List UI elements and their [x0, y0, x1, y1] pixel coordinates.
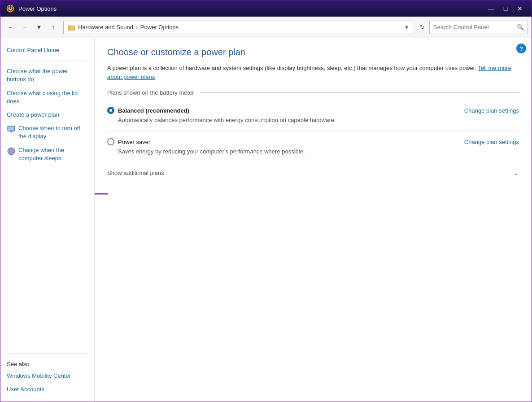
power-saver-plan-description: Saves energy by reducing your computer's…: [107, 148, 519, 155]
chevron-down-icon: ⌄: [514, 169, 519, 176]
plan-divider: [107, 131, 519, 132]
search-icon: 🔍: [517, 24, 524, 31]
arrow-annotation: [95, 182, 115, 208]
help-button[interactable]: ?: [516, 44, 526, 53]
sidebar-item-user-accounts[interactable]: User Accounts: [0, 383, 94, 396]
search-input[interactable]: [433, 24, 515, 31]
sidebar-item-create-plan[interactable]: Create a power plan: [0, 108, 94, 122]
content-area: ? Choose or customize a power plan A pow…: [95, 38, 532, 402]
close-button[interactable]: ✕: [514, 3, 526, 14]
power-saver-radio[interactable]: [107, 138, 114, 145]
power-saver-plan-header: Power saver Change plan settings: [107, 138, 519, 145]
page-description: A power plan is a collection of hardware…: [107, 64, 519, 81]
power-saver-plan-item: Power saver Change plan settings Saves e…: [107, 134, 519, 161]
sleep-icon: [7, 147, 16, 156]
main-layout: Control Panel Home Choose what the power…: [0, 38, 532, 402]
sidebar-item-computer-sleeps[interactable]: Change when the computer sleeps: [0, 144, 94, 165]
power-saver-plan-name: Power saver: [118, 139, 150, 145]
display-icon: [7, 125, 16, 134]
address-dropdown-arrow[interactable]: ▼: [404, 25, 409, 30]
balanced-plan-description: Automatically balances performance with …: [107, 117, 519, 123]
window-title: Power Options: [18, 5, 57, 12]
balanced-plan-name: Balanced (recommended): [118, 107, 189, 114]
sidebar-item-mobility-center[interactable]: Windows Mobility Center: [0, 369, 94, 383]
page-title: Choose or customize a power plan: [107, 47, 519, 57]
breadcrumb-hardware: Hardware and Sound: [78, 24, 133, 31]
search-box[interactable]: 🔍: [429, 21, 528, 34]
balanced-plan-header: Balanced (recommended) Change plan setti…: [107, 107, 519, 114]
refresh-button[interactable]: ↻: [417, 22, 427, 33]
sidebar-item-home[interactable]: Control Panel Home: [0, 44, 94, 57]
svg-rect-3: [8, 127, 14, 131]
breadcrumb-current: Power Options: [140, 24, 179, 31]
power-saver-radio-label[interactable]: Power saver: [107, 138, 150, 145]
additional-plans-label: Show additional plans: [107, 170, 164, 176]
additional-plans-header[interactable]: Show additional plans ⌄: [107, 169, 519, 176]
nav-bar: ← → ▼ ↑ Hardware and Sound › Power Optio…: [0, 17, 532, 38]
plans-section-header: Plans shown on the battery meter: [107, 89, 519, 96]
power-saver-change-link[interactable]: Change plan settings: [464, 139, 519, 145]
up-button[interactable]: ↑: [47, 21, 60, 34]
address-bar[interactable]: Hardware and Sound › Power Options ▼: [63, 21, 413, 34]
back-button[interactable]: ←: [4, 21, 17, 34]
address-folder-icon: [67, 23, 75, 31]
maximize-button[interactable]: □: [499, 3, 512, 14]
sidebar-item-turn-off-display[interactable]: Choose when to turn off the display: [0, 122, 94, 143]
sidebar: Control Panel Home Choose what the power…: [0, 38, 95, 402]
dropdown-button[interactable]: ▼: [33, 21, 45, 34]
additional-plans-line: [169, 173, 508, 173]
balanced-radio-label[interactable]: Balanced (recommended): [107, 107, 189, 114]
balanced-change-link[interactable]: Change plan settings: [464, 107, 519, 114]
svg-rect-5: [9, 132, 13, 132]
svg-point-6: [8, 148, 15, 155]
purple-arrow-svg: [95, 182, 115, 206]
sidebar-divider-2: [7, 353, 88, 354]
sidebar-bottom: See also Windows Mobility Center User Ac…: [0, 344, 94, 396]
sidebar-item-lid[interactable]: Choose what closing the lid does: [0, 87, 94, 108]
title-bar: Power Options — □ ✕: [0, 0, 532, 17]
title-controls: — □ ✕: [485, 3, 526, 14]
forward-button[interactable]: →: [18, 21, 31, 34]
balanced-radio[interactable]: [107, 107, 114, 114]
minimize-button[interactable]: —: [485, 3, 497, 14]
svg-rect-4: [10, 131, 13, 132]
balanced-plan-item: Balanced (recommended) Change plan setti…: [107, 102, 519, 130]
sidebar-item-power-buttons[interactable]: Choose what the power buttons do: [0, 65, 94, 86]
breadcrumb-separator: ›: [136, 24, 138, 31]
window-icon: [6, 4, 15, 13]
see-also-label: See also: [0, 357, 94, 369]
title-bar-left: Power Options: [6, 4, 57, 13]
sidebar-divider-1: [7, 61, 88, 61]
main-window: Power Options — □ ✕ ← → ▼ ↑ Hardware and…: [0, 0, 532, 402]
